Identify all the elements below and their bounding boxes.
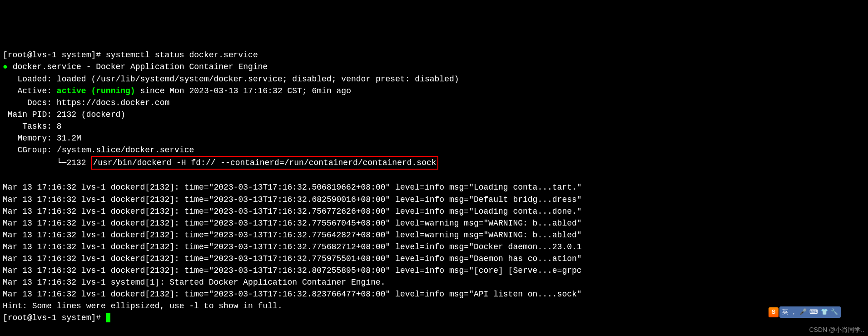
ime-keyboard-icon[interactable]: ⌨ — [809, 308, 818, 316]
log-line: Mar 13 17:16:32 lvs-1 systemd[1]: Starte… — [3, 278, 386, 287]
prompt: [root@lvs-1 system]# — [3, 50, 106, 60]
cursor-icon — [106, 313, 110, 322]
command: systemctl status docker.service — [106, 50, 258, 60]
service-name: docker.service — [13, 62, 81, 71]
loaded-label: Loaded: — [3, 75, 57, 84]
loaded-value: loaded (/usr/lib/systemd/system/docker.s… — [57, 75, 459, 84]
ime-skin-icon[interactable]: 👕 — [821, 308, 828, 316]
active-label: Active: — [3, 86, 57, 95]
active-state: active (running) — [57, 86, 135, 95]
main-pid-label: Main PID: — [3, 110, 57, 119]
hint-line: Hint: Some lines were ellipsized, use -l… — [3, 301, 283, 311]
sogou-logo-icon[interactable]: S — [769, 307, 779, 317]
ime-toolbar[interactable]: S 英 ， 🎤 ⌨ 👕 🔧 — [769, 306, 841, 318]
log-line: Mar 13 17:16:32 lvs-1 dockerd[2132]: tim… — [3, 242, 582, 251]
memory-value: 31.2M — [57, 134, 81, 143]
prompt: [root@lvs-1 system]# — [3, 313, 106, 322]
ime-body[interactable]: 英 ， 🎤 ⌨ 👕 🔧 — [779, 306, 841, 318]
ime-toolbox-icon[interactable]: 🔧 — [831, 308, 838, 316]
main-pid-value: 2132 (dockerd) — [57, 110, 125, 119]
log-line: Mar 13 17:16:32 lvs-1 dockerd[2132]: tim… — [3, 231, 582, 240]
log-line: Mar 13 17:16:32 lvs-1 dockerd[2132]: tim… — [3, 219, 582, 228]
cgroup-value: /system.slice/docker.service — [57, 145, 194, 155]
log-line: Mar 13 17:16:32 lvs-1 dockerd[2132]: tim… — [3, 183, 582, 192]
tasks-label: Tasks: — [3, 122, 57, 131]
tree-prefix: └─2132 — [3, 158, 91, 167]
ime-mode[interactable]: 英 — [782, 308, 788, 316]
log-line: Mar 13 17:16:32 lvs-1 dockerd[2132]: tim… — [3, 266, 582, 275]
active-since: since Mon 2023-03-13 17:16:32 CST; 6min … — [135, 86, 351, 95]
log-line: Mar 13 17:16:32 lvs-1 dockerd[2132]: tim… — [3, 195, 582, 204]
ime-punct-icon[interactable]: ， — [791, 308, 797, 316]
service-description: - Docker Application Container Engine — [81, 62, 268, 71]
log-line: Mar 13 17:16:32 lvs-1 dockerd[2132]: tim… — [3, 254, 582, 263]
log-line: Mar 13 17:16:32 lvs-1 dockerd[2132]: tim… — [3, 290, 582, 299]
docs-url: https://docs.docker.com — [57, 98, 169, 107]
cgroup-label: CGroup: — [3, 145, 57, 155]
ime-mic-icon[interactable]: 🎤 — [799, 308, 807, 316]
log-line: Mar 13 17:16:32 lvs-1 dockerd[2132]: tim… — [3, 207, 582, 216]
process-command-highlight: /usr/bin/dockerd -H fd:// --containerd=/… — [91, 156, 438, 170]
status-bullet-icon: ● — [3, 62, 8, 71]
watermark: CSDN @小肖同学.. — [809, 325, 864, 334]
docs-label: Docs: — [3, 98, 57, 107]
memory-label: Memory: — [3, 134, 57, 143]
tasks-value: 8 — [57, 122, 62, 131]
terminal-output[interactable]: [root@lvs-1 system]# systemctl status do… — [3, 49, 865, 324]
